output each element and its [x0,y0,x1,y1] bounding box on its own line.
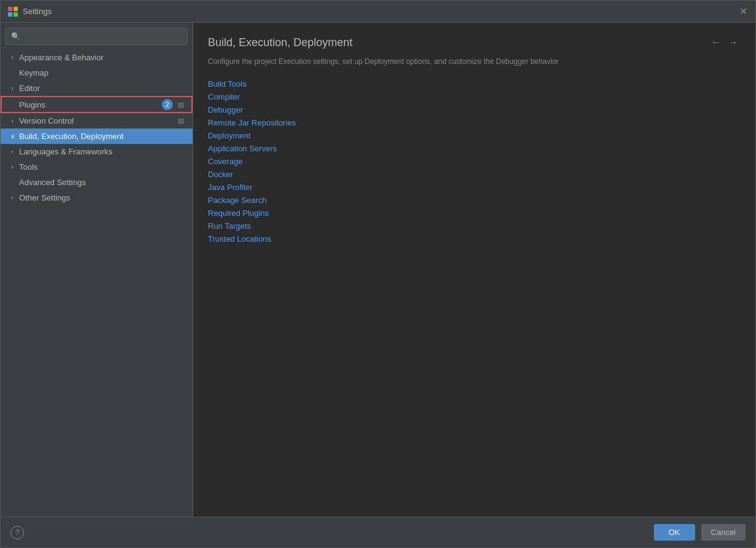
sidebar-item-label: Languages & Frameworks [19,147,185,156]
link-coverage[interactable]: Coverage [208,157,741,166]
ok-button[interactable]: OK [654,524,695,541]
chevron-icon: › [8,163,17,172]
chevron-icon: › [8,194,17,202]
sidebar-item-label: Other Settings [19,193,185,202]
svg-rect-1 [14,7,18,11]
svg-rect-0 [8,7,12,11]
sidebar-item-label: Version Control [19,116,177,125]
link-debugger[interactable]: Debugger [208,105,741,114]
search-box[interactable]: 🔍 [6,28,188,45]
sidebar-item-label: Advanced Settings [19,178,185,187]
help-button[interactable]: ? [10,526,24,539]
link-trusted-locations[interactable]: Trusted Locations [208,234,741,244]
sidebar-item-label: Appearance & Behavior [19,53,185,62]
app-icon [8,7,18,17]
footer: ? OK Cancel [1,517,755,547]
settings-window: Settings ✕ 🔍 › Appearance & Behavior Key… [0,0,756,548]
chevron-down-icon: ∨ [8,132,17,141]
sidebar-item-languages[interactable]: › Languages & Frameworks [1,144,193,159]
sidebar: 🔍 › Appearance & Behavior Keymap › Edito… [1,23,193,517]
sidebar-item-appearance[interactable]: › Appearance & Behavior [1,50,193,65]
link-list: Build Tools Compiler Debugger Remote Jar… [208,79,741,244]
sidebar-item-keymap[interactable]: Keymap [1,65,193,81]
close-button[interactable]: ✕ [738,7,748,17]
sidebar-item-label: Tools [19,162,185,172]
link-build-tools[interactable]: Build Tools [208,79,741,89]
chevron-icon: › [8,148,17,156]
menu-icon: ▤ [177,100,185,109]
search-input[interactable] [24,32,182,41]
link-compiler[interactable]: Compiler [208,92,741,101]
sidebar-item-version-control[interactable]: › Version Control ▤ [1,113,193,129]
chevron-icon: › [8,54,17,62]
footer-right: OK Cancel [654,524,746,541]
link-docker[interactable]: Docker [208,170,741,179]
cancel-button[interactable]: Cancel [701,524,746,541]
sidebar-item-editor[interactable]: › Editor [1,81,193,96]
nav-buttons: ← → [709,35,741,50]
plugins-badge: 2 [162,99,173,110]
main-content: Build, Execution, Deployment ← → Configu… [193,23,755,517]
content-area: 🔍 › Appearance & Behavior Keymap › Edito… [1,23,755,517]
sidebar-item-build-execution[interactable]: ∨ Build, Execution, Deployment [1,129,193,144]
sidebar-item-tools[interactable]: › Tools [1,159,193,175]
search-icon: 🔍 [11,32,20,41]
chevron-icon: › [8,84,17,93]
page-title: Build, Execution, Deployment [208,36,709,49]
link-java-profiler[interactable]: Java Profiler [208,183,741,192]
window-title: Settings [23,7,738,16]
sidebar-item-label: Editor [19,84,185,93]
sidebar-item-label: Build, Execution, Deployment [19,132,185,141]
link-required-plugins[interactable]: Required Plugins [208,208,741,218]
sidebar-item-label: Keymap [19,68,185,77]
menu-icon: ▤ [177,117,185,125]
link-package-search[interactable]: Package Search [208,196,741,205]
title-bar: Settings ✕ [1,1,755,23]
svg-rect-3 [14,12,18,17]
link-run-targets[interactable]: Run Targets [208,221,741,231]
sidebar-item-advanced-settings[interactable]: › Advanced Settings [1,175,193,190]
forward-button[interactable]: → [726,35,741,50]
sidebar-item-plugins[interactable]: › Plugins 2 ▤ [1,96,193,113]
description-text: Configure the project Execution settings… [208,56,741,67]
sidebar-item-label: Plugins [19,100,162,109]
link-application-servers[interactable]: Application Servers [208,144,741,153]
sidebar-item-other-settings[interactable]: › Other Settings [1,190,193,205]
link-remote-jar[interactable]: Remote Jar Repositories [208,118,741,127]
svg-rect-2 [8,12,12,17]
chevron-icon: › [8,117,17,125]
back-button[interactable]: ← [709,35,723,50]
footer-left: ? [10,526,24,539]
main-header: Build, Execution, Deployment ← → [208,35,741,50]
link-deployment[interactable]: Deployment [208,131,741,140]
